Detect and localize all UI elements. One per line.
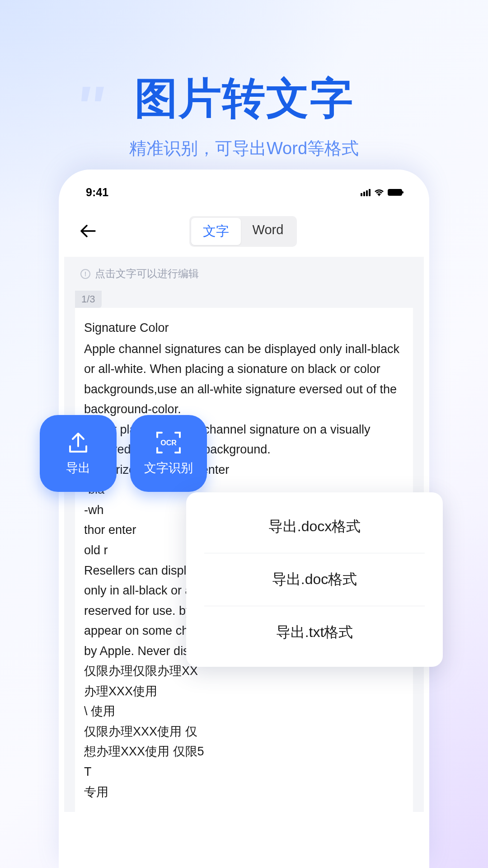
status-icons — [361, 189, 402, 196]
floating-actions: 导出 OCR 文字识别 — [40, 415, 207, 492]
page-subtitle: 精准识别，可导出Word等格式 — [0, 137, 488, 160]
document-title: Signature Color — [84, 318, 404, 338]
tab-text[interactable]: 文字 — [191, 218, 241, 245]
status-bar: 9:41 — [64, 175, 424, 203]
info-icon: ! — [80, 269, 90, 279]
ocr-button[interactable]: OCR 文字识别 — [130, 415, 207, 492]
ocr-label: 文字识别 — [144, 460, 193, 476]
battery-icon — [388, 189, 402, 196]
tab-word[interactable]: Word — [241, 218, 296, 245]
format-tabs: 文字 Word — [189, 216, 297, 247]
svg-text:OCR: OCR — [160, 439, 177, 447]
edit-tip-bar: ! 点击文字可以进行编辑 — [64, 257, 424, 291]
export-txt[interactable]: 导出.txt格式 — [204, 606, 425, 659]
tip-text: 点击文字可以进行编辑 — [95, 267, 199, 281]
scan-icon: OCR — [155, 431, 182, 454]
export-docx[interactable]: 导出.docx格式 — [204, 500, 425, 553]
quote-decoration — [79, 68, 111, 125]
upload-icon — [66, 431, 90, 454]
back-button[interactable] — [80, 222, 96, 241]
export-label: 导出 — [66, 460, 90, 476]
export-button[interactable]: 导出 — [40, 415, 117, 492]
export-doc[interactable]: 导出.doc格式 — [204, 553, 425, 606]
marketing-header: 图片转文字 精准识别，可导出Word等格式 — [0, 0, 488, 160]
nav-bar: 文字 Word — [64, 203, 424, 257]
signal-icon — [361, 189, 371, 196]
page-indicator: 1/3 — [75, 291, 102, 308]
status-time: 9:41 — [86, 186, 108, 199]
page-title: 图片转文字 — [0, 70, 488, 128]
wifi-icon — [374, 189, 384, 196]
export-format-menu: 导出.docx格式 导出.doc格式 导出.txt格式 — [186, 492, 443, 667]
